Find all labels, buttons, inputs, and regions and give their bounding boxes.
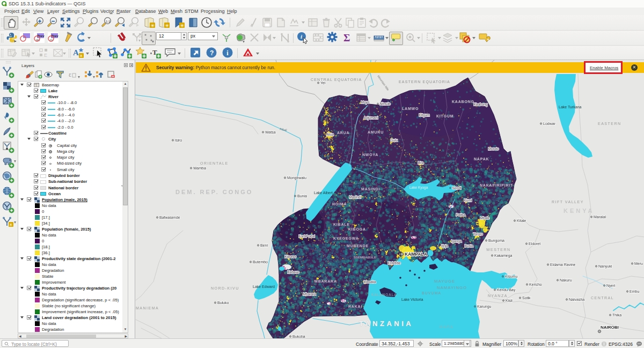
svg-text:KITGUM: KITGUM — [436, 114, 453, 118]
svg-text:Naivasha: Naivasha — [569, 298, 584, 301]
svg-text:AMURU: AMURU — [368, 130, 384, 134]
svg-text:MARA: MARA — [440, 325, 453, 329]
svg-text:EASTERN: EASTERN — [598, 122, 621, 125]
svg-text:E: E — [44, 53, 47, 58]
svg-text:Palisa: Palisa — [456, 213, 466, 217]
svg-text:NYANZA: NYANZA — [488, 294, 508, 298]
svg-text:Butembo: Butembo — [253, 260, 268, 264]
svg-text:Lira: Lira — [418, 161, 424, 165]
svg-text:Masindi: Masindi — [349, 195, 361, 199]
svg-text:Kaabong: Kaabong — [474, 102, 488, 107]
svg-text:Lake Victoria: Lake Victoria — [401, 298, 423, 301]
svg-text:Kabave: Kabave — [288, 270, 299, 274]
svg-text:Bafwasende: Bafwasende — [159, 216, 180, 219]
svg-text:✳: ✳ — [180, 23, 185, 28]
svg-text:Σ: Σ — [343, 32, 350, 43]
svg-text:Sotik: Sotik — [522, 296, 531, 300]
svg-text:NAKAPIRIPIRIT: NAKAPIRIPIRIT — [480, 183, 513, 187]
svg-text:Mongbwalu: Mongbwalu — [287, 176, 306, 180]
svg-text:BUVUMA: BUVUMA — [422, 291, 441, 295]
svg-text:EASTERN EQUATORIA: EASTERN EQUATORIA — [399, 80, 450, 84]
svg-text:✳: ✳ — [9, 223, 13, 227]
svg-text:Tororo: Tororo — [473, 232, 484, 236]
svg-text:Beni: Beni — [260, 243, 268, 247]
svg-text:Masaka: Masaka — [364, 280, 376, 284]
svg-text:Karungu: Karungu — [477, 305, 492, 309]
svg-text:CENTRAL EQUATORIA: CENTRAL EQUATORIA — [311, 78, 362, 82]
svg-text:Kitgum: Kitgum — [419, 113, 430, 117]
svg-text:Kisumu: Kisumu — [505, 275, 517, 278]
svg-text:Nimule: Nimule — [380, 102, 391, 106]
svg-text:MUBENDE: MUBENDE — [347, 244, 369, 248]
svg-text:Lodwar: Lodwar — [543, 122, 556, 125]
svg-text:Busia: Busia — [465, 244, 474, 248]
svg-text:MASINDI: MASINDI — [361, 187, 380, 191]
svg-text:KIBALE: KIBALE — [333, 223, 350, 226]
svg-text:Nanyuki: Nanyuki — [598, 264, 612, 269]
svg-text:MAYUGE: MAYUGE — [434, 279, 455, 284]
svg-text:✳: ✳ — [165, 23, 170, 28]
svg-text:Nakuru: Nakuru — [560, 278, 572, 282]
svg-text:Isiro: Isiro — [175, 138, 182, 142]
svg-text:Kakamega: Kakamega — [494, 254, 513, 258]
svg-text:NWOYA: NWOYA — [362, 153, 378, 157]
svg-text:Bunia: Bunia — [297, 194, 307, 198]
svg-text:NAIROBI: NAIROBI — [601, 325, 619, 330]
svg-text:MBARARA: MBARARA — [314, 279, 337, 283]
svg-text:Maralal: Maralal — [594, 215, 606, 219]
svg-text:A: A — [73, 48, 79, 57]
svg-text:ORIENTALE: ORIENTALE — [200, 161, 229, 165]
svg-text:RIFT VALLEY: RIFT VALLEY — [552, 200, 584, 204]
svg-text:Buluko: Buluko — [217, 301, 229, 305]
svg-text:✳: ✳ — [151, 23, 155, 28]
svg-text:✳: ✳ — [79, 54, 83, 58]
svg-text:KAMPALA: KAMPALA — [405, 251, 427, 257]
svg-text:MANIEMA: MANIEMA — [136, 306, 159, 310]
svg-text:Kericho: Kericho — [529, 283, 542, 286]
svg-text:NORD-KIVU: NORD-KIVU — [211, 286, 239, 290]
svg-text:Wamba: Wamba — [193, 166, 206, 170]
svg-text:Watsa: Watsa — [265, 130, 276, 134]
svg-text:DEM. REP. CONGO: DEM. REP. CONGO — [175, 189, 253, 195]
svg-text:Mbale: Mbale — [480, 216, 490, 220]
svg-text:Nyeri: Nyeri — [606, 284, 616, 288]
svg-text:?: ? — [210, 49, 214, 57]
svg-text:TANZANIA: TANZANIA — [359, 320, 413, 328]
svg-text:Iganga: Iganga — [451, 239, 462, 243]
svg-text:Moroto: Moroto — [488, 147, 500, 151]
svg-text:WESTERN: WESTERN — [486, 248, 511, 251]
svg-text:NAMAYINGO: NAMAYINGO — [437, 285, 467, 290]
svg-text:RAKAI: RAKAI — [348, 305, 362, 308]
svg-text:Yei: Yei — [320, 81, 326, 85]
svg-text:Jinja: Jinja — [441, 244, 449, 248]
svg-text:Thika: Thika — [612, 313, 621, 317]
svg-text:KENYA: KENYA — [564, 208, 595, 214]
svg-text:Mbarara: Mbarara — [303, 292, 317, 296]
svg-text:ARUA: ARUA — [337, 131, 349, 135]
svg-text:Embu: Embu — [630, 290, 639, 293]
svg-text:NAPAK: NAPAK — [474, 157, 489, 161]
svg-text:1:1: 1:1 — [106, 20, 111, 23]
svg-text:Kumi: Kumi — [464, 198, 472, 202]
svg-text:Meru: Meru — [634, 262, 643, 265]
svg-text:Kitale: Kitale — [517, 219, 526, 223]
svg-text:Bungoma: Bungoma — [488, 239, 504, 243]
svg-text:Kendu Bay: Kendu Bay — [497, 288, 516, 292]
svg-text:Bukoba: Bukoba — [292, 335, 305, 338]
svg-text:Moyo: Moyo — [361, 100, 370, 105]
svg-text:KYEGEGWA: KYEGEGWA — [333, 236, 359, 240]
svg-text:Kisii: Kisii — [506, 299, 513, 302]
svg-text:Lake Albert: Lake Albert — [314, 191, 333, 195]
svg-text:Fort Portal: Fort Portal — [299, 234, 316, 238]
svg-text:KIBOGA: KIBOGA — [348, 227, 366, 231]
svg-text:Lake Turkana: Lake Turkana — [559, 105, 582, 109]
svg-text:Lake Edward: Lake Edward — [253, 285, 275, 288]
svg-text:Arua: Arua — [327, 132, 334, 136]
svg-text:Gulu: Gulu — [391, 138, 398, 142]
svg-text:Entebbe: Entebbe — [388, 261, 401, 265]
svg-text:Lake Kyoga: Lake Kyoga — [409, 186, 428, 190]
svg-text:SSEMBABULE: SSEMBABULE — [354, 256, 376, 259]
svg-text:CENTRAL: CENTRAL — [591, 296, 614, 300]
svg-text:Soroti: Soroti — [452, 186, 462, 190]
svg-text:Adjumani: Adjumani — [364, 116, 378, 120]
